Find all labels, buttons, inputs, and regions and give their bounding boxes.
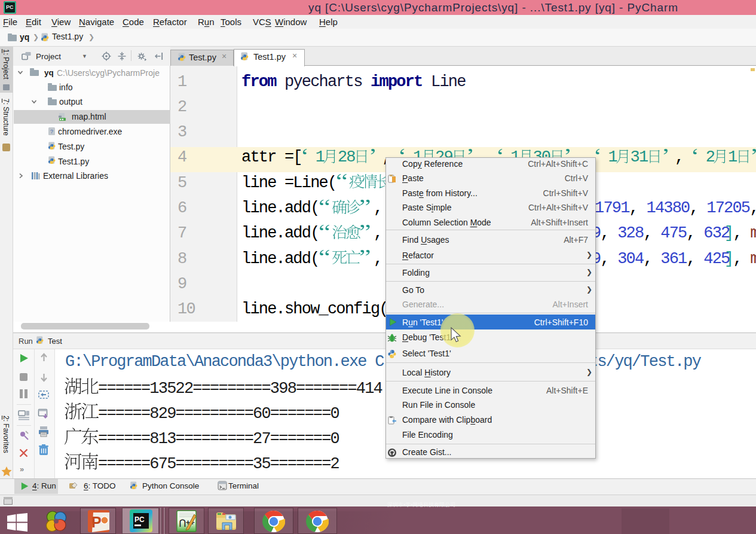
svg-text:P: P <box>91 514 102 530</box>
svg-text:PC: PC <box>134 515 145 524</box>
svg-text:?: ? <box>50 129 53 135</box>
